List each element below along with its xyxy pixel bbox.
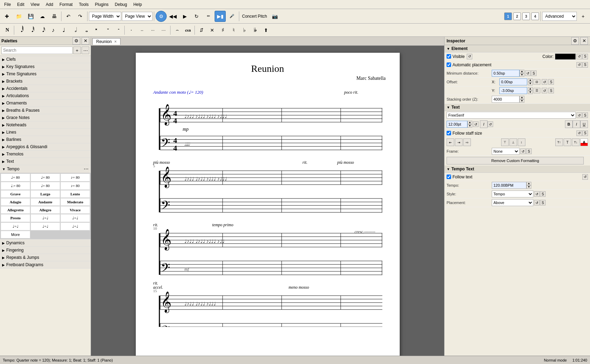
tab-close-button[interactable]: × bbox=[114, 39, 117, 44]
tempo-text-section-header[interactable]: ▼ Tempo Text bbox=[444, 166, 590, 173]
tempo-bpm-down[interactable]: ▼ bbox=[526, 185, 531, 189]
palette-arpeggios-header[interactable]: ▶ Arpeggios & Glissandi bbox=[0, 143, 91, 150]
text-top-button[interactable]: ⊤ bbox=[501, 138, 509, 146]
frame-s[interactable]: S bbox=[526, 149, 532, 154]
tempo-options-button[interactable]: ⋯ bbox=[84, 166, 89, 172]
tempo-style-s[interactable]: S bbox=[540, 191, 546, 197]
search-options-button[interactable]: ⋯ bbox=[82, 46, 89, 54]
palette-time-signatures-header[interactable]: ▶ Time Signatures bbox=[0, 70, 91, 77]
double-flat-button[interactable]: 𝄫 bbox=[250, 25, 260, 35]
offset-y-down[interactable]: ▼ bbox=[528, 91, 533, 94]
font-size-up[interactable]: ▲ bbox=[467, 121, 472, 124]
align-left-button[interactable]: ⇤ bbox=[447, 138, 454, 146]
save-button[interactable]: 💾 bbox=[25, 11, 36, 22]
palette-grace-notes-header[interactable]: ▶ Grace Notes bbox=[0, 114, 91, 121]
min-distance-up[interactable]: ▲ bbox=[520, 70, 524, 73]
follow-staff-size-checkbox[interactable] bbox=[447, 131, 451, 135]
print-button[interactable]: 🖶 bbox=[49, 11, 60, 22]
tempo-andante[interactable]: Andante bbox=[31, 198, 60, 206]
underline-button[interactable]: U bbox=[580, 120, 588, 128]
palette-clefs-header[interactable]: ▶ Clefs bbox=[0, 56, 91, 63]
text-normal-size-button[interactable]: T bbox=[564, 138, 571, 146]
mode-select[interactable]: Advanced bbox=[542, 12, 577, 21]
duration-16th[interactable]: 𝅘𝅥𝅰 bbox=[37, 25, 48, 35]
cloud-save-button[interactable]: ☁ bbox=[37, 11, 48, 22]
frame-reset[interactable]: ↺ bbox=[520, 149, 526, 154]
duration-half[interactable]: 𝅗𝅥 bbox=[69, 25, 80, 35]
menu-plugins[interactable]: Plugins bbox=[92, 1, 111, 8]
offset-y-input[interactable] bbox=[499, 87, 527, 94]
tempo-presto[interactable]: Presto bbox=[1, 214, 30, 222]
tempo-quarter-80-1[interactable]: ♩= 80 bbox=[1, 173, 30, 181]
search-input[interactable] bbox=[1, 46, 73, 54]
palette-accidentals-header[interactable]: ▶ Accidentals bbox=[0, 85, 91, 92]
inspector-close-button[interactable]: ✕ bbox=[580, 37, 588, 45]
menu-add[interactable]: Add bbox=[43, 1, 56, 8]
duration-maxima[interactable]: 𝄼 bbox=[113, 25, 123, 35]
italic-button[interactable]: I bbox=[480, 120, 488, 128]
customize-button[interactable]: + bbox=[577, 11, 589, 22]
menu-debug[interactable]: Debug bbox=[112, 1, 130, 8]
tempo-quarter-80-3[interactable]: ♩= 80 bbox=[31, 182, 60, 190]
palette-noteheads-header[interactable]: ▶ Noteheads bbox=[0, 121, 91, 128]
loop-button[interactable]: ↻ bbox=[191, 11, 202, 22]
tempo-dotted-80-1[interactable]: ♩.= 80 bbox=[1, 182, 30, 190]
palette-fretboard-header[interactable]: ▶ Fretboard Diagrams bbox=[0, 261, 91, 268]
offset-x-input[interactable] bbox=[499, 78, 527, 85]
duration-whole[interactable]: 𝅝 bbox=[80, 25, 91, 35]
offset-y-lines-button[interactable]: ☰ bbox=[533, 88, 540, 93]
follow-staff-size-reset[interactable]: ↺ bbox=[576, 130, 582, 136]
metronome-button[interactable]: ✏ bbox=[203, 11, 214, 22]
tie-button[interactable]: ⌢ bbox=[172, 25, 182, 35]
stacking-input[interactable] bbox=[492, 96, 520, 103]
tempo-allegretto[interactable]: Allegretto bbox=[1, 206, 30, 214]
tempo-quarter-80-2[interactable]: ♩= 80 bbox=[31, 173, 60, 181]
natural-button[interactable]: ♮ bbox=[228, 25, 239, 35]
tempo-eq-4[interactable]: ♩=♩ bbox=[31, 222, 60, 230]
note-input-toggle[interactable]: N bbox=[2, 25, 13, 35]
redo-button[interactable]: ↷ bbox=[75, 11, 86, 22]
palette-fingering-header[interactable]: ▶ Fingering bbox=[0, 247, 91, 254]
view-mode-select[interactable]: Page Width Page View bbox=[89, 12, 121, 21]
tempo-adagio[interactable]: Adagio bbox=[1, 198, 30, 206]
duration-32nd[interactable]: 𝅘𝅥𝅱 bbox=[26, 25, 37, 35]
min-distance-s[interactable]: S bbox=[531, 70, 537, 76]
view-type-select[interactable]: Page View bbox=[122, 12, 152, 21]
menu-tools[interactable]: Tools bbox=[76, 1, 91, 8]
inspector-settings-button[interactable]: ⚙ bbox=[571, 37, 579, 45]
min-distance-reset[interactable]: ↺ bbox=[525, 70, 531, 76]
palettes-settings-button[interactable]: ⚙ bbox=[73, 37, 80, 45]
duration-breve[interactable]: 𝄺 bbox=[91, 25, 101, 35]
remove-formatting-button[interactable]: Remove Custom Formatting bbox=[447, 157, 584, 164]
tempo-eighth-80-2[interactable]: ♪= 80 bbox=[60, 182, 90, 190]
palette-key-signatures-header[interactable]: ▶ Key Signatures bbox=[0, 63, 91, 70]
min-distance-input[interactable] bbox=[492, 70, 520, 77]
duration-long[interactable]: 𝄻 bbox=[102, 25, 112, 35]
voice-4-button[interactable]: 4 bbox=[531, 12, 539, 20]
follow-text-checkbox[interactable] bbox=[447, 175, 451, 179]
visible-checkbox[interactable] bbox=[447, 54, 451, 59]
menu-format[interactable]: Format bbox=[57, 1, 75, 8]
palette-tempo-header[interactable]: ▼ Tempo ⋯ bbox=[0, 165, 91, 173]
new-button[interactable]: ✚ bbox=[1, 11, 13, 22]
font-family-reset[interactable]: ↺ bbox=[576, 112, 582, 118]
font-size-reset[interactable]: ↺ bbox=[473, 121, 479, 127]
open-button[interactable]: 📁 bbox=[13, 11, 24, 22]
tempo-more-button[interactable]: More bbox=[1, 231, 30, 238]
dot-3[interactable]: ··· bbox=[148, 25, 158, 35]
tempo-eq-1[interactable]: ♩=♩ bbox=[31, 214, 60, 222]
dot-1[interactable]: · bbox=[126, 25, 136, 35]
min-distance-down[interactable]: ▼ bbox=[520, 73, 524, 77]
auto-placement-reset[interactable]: ↺ bbox=[576, 62, 582, 68]
dot-2[interactable]: ·· bbox=[137, 25, 147, 35]
palette-barlines-header[interactable]: ▶ Barlines bbox=[0, 136, 91, 143]
flip-button[interactable]: ⇵ bbox=[196, 25, 207, 35]
undo-button[interactable]: ↶ bbox=[63, 11, 74, 22]
tuplet-button[interactable]: 𝐜𝐬𝐧 bbox=[183, 25, 193, 35]
placement-select[interactable]: Above Below bbox=[492, 199, 533, 206]
offset-y-up[interactable]: ▲ bbox=[528, 87, 533, 91]
color-reset-button[interactable]: ↺ bbox=[576, 54, 582, 59]
mixer-button[interactable]: ⚙ bbox=[156, 11, 167, 22]
bold-button[interactable]: B bbox=[565, 120, 573, 128]
element-section-header[interactable]: ▼ Element bbox=[444, 45, 590, 52]
